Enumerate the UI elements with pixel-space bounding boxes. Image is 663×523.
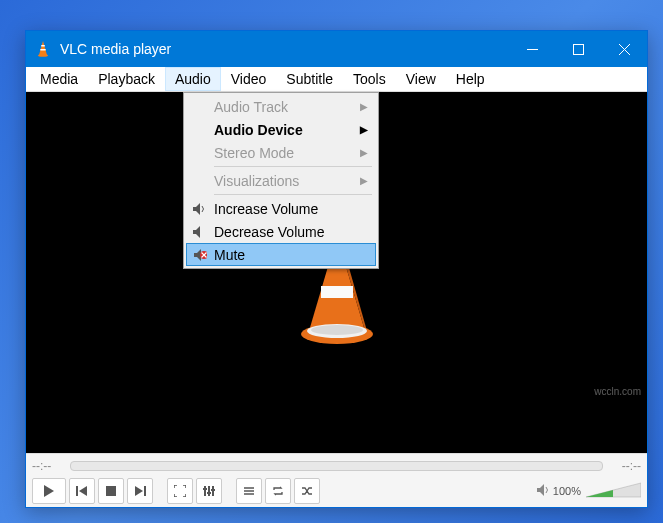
seek-row: --:-- --:-- (26, 454, 647, 476)
svg-point-3 (38, 54, 48, 57)
menu-view[interactable]: View (396, 67, 446, 91)
svg-rect-27 (204, 486, 206, 496)
playlist-button[interactable] (236, 478, 262, 504)
svg-rect-24 (106, 486, 116, 496)
menu-separator (214, 194, 372, 195)
app-icon (34, 40, 52, 58)
svg-rect-22 (76, 486, 78, 496)
stop-button[interactable] (98, 478, 124, 504)
menu-item-increase-volume[interactable]: Increase Volume (186, 197, 376, 220)
next-button[interactable] (127, 478, 153, 504)
svg-marker-25 (135, 486, 143, 496)
svg-rect-5 (573, 44, 583, 54)
volume-percent: 100% (553, 485, 581, 497)
speaker-down-icon (190, 225, 208, 239)
svg-point-14 (311, 325, 363, 335)
svg-marker-23 (79, 486, 87, 496)
menu-item-visualizations: Visualizations ▶ (186, 169, 376, 192)
svg-rect-32 (211, 489, 215, 491)
close-button[interactable] (601, 31, 647, 67)
extended-settings-button[interactable] (196, 478, 222, 504)
watermark: wccln.com (594, 386, 641, 397)
menu-item-decrease-volume[interactable]: Decrease Volume (186, 220, 376, 243)
svg-marker-36 (537, 484, 544, 496)
volume-slider[interactable] (586, 481, 641, 501)
svg-rect-30 (203, 488, 207, 490)
svg-marker-21 (44, 485, 54, 497)
submenu-arrow-icon: ▶ (360, 124, 368, 135)
menu-item-mute[interactable]: Mute (186, 243, 376, 266)
loop-button[interactable] (265, 478, 291, 504)
submenu-arrow-icon: ▶ (360, 101, 368, 112)
fullscreen-button[interactable] (167, 478, 193, 504)
svg-rect-26 (144, 486, 146, 496)
controls-row: 100% (26, 476, 647, 506)
window-title: VLC media player (60, 41, 509, 57)
elapsed-time: --:-- (32, 459, 64, 473)
titlebar: VLC media player (26, 31, 647, 67)
play-button[interactable] (32, 478, 66, 504)
maximize-button[interactable] (555, 31, 601, 67)
menu-help[interactable]: Help (446, 67, 495, 91)
total-time: --:-- (609, 459, 641, 473)
svg-rect-31 (207, 492, 211, 494)
submenu-arrow-icon: ▶ (360, 175, 368, 186)
mute-icon (191, 248, 209, 262)
menu-item-audio-device[interactable]: Audio Device ▶ (186, 118, 376, 141)
speaker-up-icon (190, 202, 208, 216)
svg-rect-2 (40, 49, 45, 51)
app-window: VLC media player Media Playback Audio Vi… (25, 30, 648, 508)
svg-rect-11 (321, 286, 353, 298)
controls-bar: --:-- --:-- (26, 453, 647, 507)
audio-dropdown-menu: Audio Track ▶ Audio Device ▶ Stereo Mode… (183, 92, 379, 269)
menu-item-stereo-mode: Stereo Mode ▶ (186, 141, 376, 164)
menu-media[interactable]: Media (30, 67, 88, 91)
minimize-button[interactable] (509, 31, 555, 67)
menubar: Media Playback Audio Video Subtitle Tool… (26, 67, 647, 92)
svg-marker-16 (193, 226, 200, 238)
menu-separator (214, 166, 372, 167)
menu-tools[interactable]: Tools (343, 67, 396, 91)
menu-item-audio-track: Audio Track ▶ (186, 95, 376, 118)
svg-rect-28 (208, 486, 210, 496)
seek-slider[interactable] (70, 461, 603, 471)
submenu-arrow-icon: ▶ (360, 147, 368, 158)
menu-playback[interactable]: Playback (88, 67, 165, 91)
menu-subtitle[interactable]: Subtitle (276, 67, 343, 91)
previous-button[interactable] (69, 478, 95, 504)
shuffle-button[interactable] (294, 478, 320, 504)
svg-rect-1 (41, 45, 45, 47)
menu-video[interactable]: Video (221, 67, 277, 91)
svg-marker-0 (39, 41, 47, 55)
speaker-icon[interactable] (536, 483, 550, 500)
menu-audio[interactable]: Audio (165, 67, 221, 91)
svg-marker-17 (194, 249, 201, 261)
svg-marker-15 (193, 203, 200, 215)
